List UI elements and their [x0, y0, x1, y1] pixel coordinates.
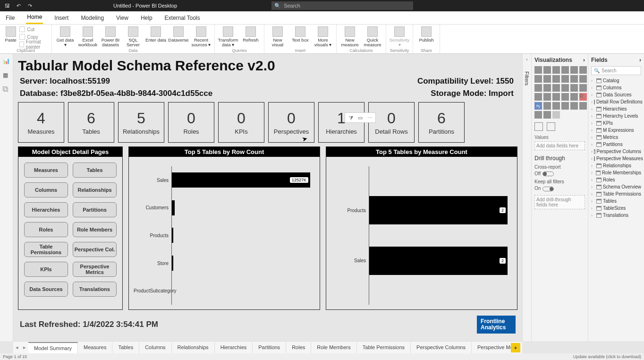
nav-button[interactable]: Relationships	[73, 182, 117, 197]
page-next[interactable]: ▸	[21, 344, 28, 351]
page-tab[interactable]: Model Summary	[28, 342, 78, 353]
recent-sources-button[interactable]: Recent sources ▾	[191, 26, 212, 48]
report-canvas[interactable]: ⧩ ▭ ⋯ Tabular Model Schema Reference v2.…	[13, 54, 522, 341]
summary-card[interactable]: 0Perspectives	[268, 102, 314, 143]
tab-insert[interactable]: Insert	[53, 12, 69, 24]
transform-data-button[interactable]: Transform data ▾	[218, 26, 238, 48]
summary-card[interactable]: 6Tables	[68, 102, 114, 143]
page-tab[interactable]: Measures	[78, 342, 112, 353]
tab-home[interactable]: Home	[26, 11, 43, 24]
data-view-icon[interactable]: ▦	[3, 72, 10, 79]
nav-button[interactable]: Measures	[24, 163, 68, 178]
page-tab[interactable]: Table Permissions	[357, 342, 411, 353]
drill-dropzone[interactable]: Add drill-through fields here	[534, 195, 585, 209]
page-tab[interactable]: Roles	[286, 342, 311, 353]
keep-filters-toggle[interactable]	[542, 187, 554, 191]
tab-modeling[interactable]: Modeling	[80, 12, 105, 24]
field-table[interactable]: ›Tables	[591, 197, 641, 205]
get-data-button[interactable]: Get data ▾	[55, 26, 76, 48]
nav-button[interactable]: Roles	[24, 222, 68, 237]
report-view-icon[interactable]: 📊	[3, 58, 10, 65]
field-table[interactable]: ›Hierarchies	[591, 105, 641, 112]
field-table[interactable]: ›KPIs	[591, 120, 641, 127]
field-table[interactable]: ›Metrics	[591, 134, 641, 141]
sql-server-button[interactable]: SQL Server	[123, 26, 144, 48]
page-tab[interactable]: Hierarchies	[215, 342, 253, 353]
field-table[interactable]: ›Schema Overview	[591, 183, 641, 190]
page-tab[interactable]: Perspective Measures	[472, 342, 511, 353]
chart-row-count[interactable]: Top 5 Tables by Row Count SalesCustomers…	[128, 146, 320, 310]
page-tab[interactable]: Role Members	[311, 342, 357, 353]
cut-button[interactable]: Cut	[19, 26, 49, 33]
field-table[interactable]: ›Relationships	[591, 162, 641, 169]
tab-file[interactable]: File	[5, 12, 16, 24]
redo-icon[interactable]: ↷	[26, 2, 33, 9]
nav-button[interactable]: Perspective Col.	[73, 242, 117, 257]
excel-button[interactable]: Excel workbook	[77, 26, 98, 48]
quick-measure-button[interactable]: Quick measure	[362, 26, 383, 48]
filter-icon[interactable]: ⧩	[347, 114, 355, 121]
add-page-button[interactable]: +	[511, 343, 520, 352]
field-table[interactable]: ›Partitions	[591, 141, 641, 148]
nav-button[interactable]: Translations	[73, 282, 117, 297]
nav-button[interactable]: KPIs	[24, 262, 68, 277]
paste-button[interactable]: Paste	[3, 26, 18, 48]
summary-card[interactable]: 6Partitions	[418, 102, 465, 143]
save-icon[interactable]: 🖫	[4, 2, 10, 9]
new-visual-button[interactable]: New visual	[267, 26, 288, 48]
refresh-button[interactable]: Refresh	[240, 26, 261, 48]
summary-card[interactable]: 0KPIs	[218, 102, 264, 143]
field-table[interactable]: ›Role Memberships	[591, 169, 641, 176]
nav-button[interactable]: Tables	[73, 163, 117, 178]
values-dropzone[interactable]: Add data fields here	[534, 141, 585, 150]
field-table[interactable]: ›Hierarchy Levels	[591, 112, 641, 120]
enter-data-button[interactable]: Enter data	[145, 26, 166, 48]
summary-card[interactable]: 4Measures	[18, 102, 64, 143]
cross-report-toggle[interactable]	[542, 171, 554, 176]
update-available[interactable]: Update available (click to download)	[573, 354, 641, 359]
filters-collapsed[interactable]: ‹ Filters	[522, 54, 532, 341]
more-visuals-button[interactable]: More visuals ▾	[313, 26, 333, 48]
global-search[interactable]: 🔍 Search	[271, 1, 413, 10]
nav-button[interactable]: Hierarchies	[24, 202, 68, 217]
field-table[interactable]: ›Detail Row Definitions	[591, 98, 641, 105]
nav-button[interactable]: Data Sources	[24, 282, 68, 297]
model-view-icon[interactable]: ⿻	[3, 86, 10, 94]
field-table[interactable]: ›Translations	[591, 212, 641, 219]
format-painter-button[interactable]: Format painter	[19, 41, 49, 48]
pbi-datasets-button[interactable]: Power BI datasets	[100, 26, 121, 48]
nav-button[interactable]: Perspective Metrics	[73, 262, 117, 277]
field-table[interactable]: ›TableSizes	[591, 205, 641, 212]
nav-button[interactable]: Role Members	[73, 222, 117, 237]
focus-icon[interactable]: ▭	[356, 114, 364, 121]
publish-button[interactable]: Publish	[416, 26, 437, 48]
page-prev[interactable]: ◂	[13, 344, 21, 351]
field-table[interactable]: ›Data Sources	[591, 91, 641, 98]
tab-external[interactable]: External Tools	[164, 12, 201, 24]
new-measure-button[interactable]: New measure	[339, 26, 360, 48]
summary-card[interactable]: 5Relationships	[118, 102, 164, 143]
viz-gallery[interactable]: R Py	[534, 66, 585, 119]
page-tab[interactable]: Relationships	[172, 342, 215, 353]
sensitivity-button[interactable]: Sensitivity ▾	[389, 26, 410, 48]
chevron-right-icon[interactable]: ›	[583, 57, 585, 63]
page-tab[interactable]: Partitions	[253, 342, 286, 353]
text-box-button[interactable]: Text box	[290, 26, 311, 48]
fields-search[interactable]: 🔍Search	[591, 66, 641, 75]
format-tab-icon[interactable]	[547, 122, 555, 131]
tab-view[interactable]: View	[115, 12, 129, 24]
field-table[interactable]: ›Catalog	[591, 77, 641, 84]
page-tab[interactable]: Columns	[139, 342, 171, 353]
fields-tab-icon[interactable]	[534, 122, 543, 131]
field-table[interactable]: ›Roles	[591, 176, 641, 183]
undo-icon[interactable]: ↶	[15, 2, 22, 9]
page-tab[interactable]: Perspective Columns	[411, 342, 472, 353]
dataverse-button[interactable]: Dataverse	[168, 26, 189, 48]
tab-help[interactable]: Help	[140, 12, 153, 24]
page-tab[interactable]: Tables	[112, 342, 139, 353]
field-table[interactable]: ›M Expressions	[591, 127, 641, 134]
chart-measure-count[interactable]: Top 5 Tables by Measure Count ProductsSa…	[326, 146, 517, 310]
field-table[interactable]: ›Perspective Columns	[591, 148, 641, 155]
nav-button[interactable]: Columns	[24, 182, 68, 197]
more-icon[interactable]: ⋯	[366, 114, 373, 121]
